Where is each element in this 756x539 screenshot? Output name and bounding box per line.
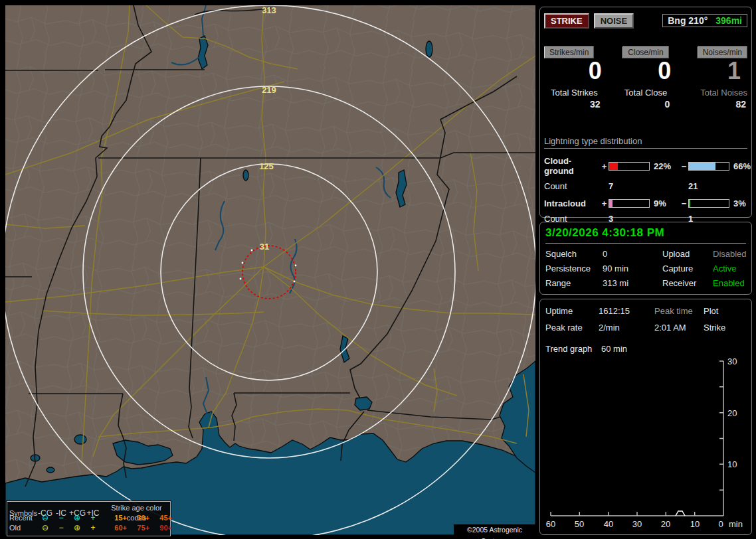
ring-label-313: 313 [262, 5, 276, 15]
capture-label: Capture [662, 264, 713, 273]
legend-old-label: Old [9, 523, 37, 533]
cg-pos-bar [609, 162, 650, 171]
trend-panel: Uptime 1612:15 Peak time Plot Peak rate … [539, 299, 752, 535]
svg-text:10: 10 [727, 459, 737, 469]
strikes-per-min-value: 0 [544, 58, 609, 84]
persistence-value: 90 min [603, 264, 662, 273]
cg-neg-count: 21 [688, 181, 729, 191]
distribution-title: Lightning type distribution [544, 136, 747, 149]
svg-text:60: 60 [546, 519, 555, 529]
recent-neg-cg-icon: ⊖ [37, 513, 53, 523]
age-15: 15+ [105, 513, 127, 523]
old-neg-cg-icon: ⊖ [37, 523, 53, 533]
cg-neg-bar [688, 162, 729, 171]
squelch-value: 0 [603, 249, 662, 259]
svg-text:10: 10 [690, 519, 700, 529]
bearing-readout: Bng 210°396mi [662, 14, 747, 27]
svg-text:30: 30 [632, 519, 642, 529]
receiver-label: Receiver [662, 278, 713, 288]
cg-plus-sign: + [600, 161, 609, 171]
svg-text:30: 30 [727, 356, 737, 366]
legend-recent-label: Recent [9, 513, 37, 523]
total-noises-label: Total Noises [683, 88, 747, 98]
close-per-min-value: 0 [614, 58, 678, 84]
svg-text:50: 50 [575, 519, 584, 529]
old-neg-ic-icon: − [53, 523, 69, 533]
strike-button[interactable]: STRIKE [544, 13, 589, 29]
age-60: 60+ [105, 523, 127, 533]
cg-count-label: Count [544, 181, 600, 191]
trend-axes [551, 361, 723, 516]
persistence-label: Persistence [545, 264, 603, 273]
svg-text:0: 0 [718, 519, 723, 529]
capture-status: Active [713, 264, 747, 273]
trend-tick-labels: 30 20 10 60 50 40 30 20 10 0 min [546, 356, 743, 529]
squelch-label: Squelch [545, 249, 603, 259]
svg-text:40: 40 [604, 519, 613, 529]
total-close-value: 0 [614, 99, 678, 110]
noises-per-min-value: 1 [683, 58, 747, 84]
ring-label-219: 219 [262, 85, 276, 95]
bearing-distance: 396mi [715, 15, 742, 26]
cloud-ground-label: Cloud-ground [544, 156, 600, 176]
ring-label-31: 31 [260, 242, 269, 252]
cg-pos-count: 7 [609, 181, 650, 191]
total-strikes-value: 32 [544, 99, 609, 110]
symbol-legend: Symbols -CG -IC +CG +IC Strike age color… [7, 501, 171, 536]
map-canvas: 313 219 125 31 [5, 5, 535, 535]
range-value: 313 mi [603, 278, 662, 288]
age-45: 45+ [149, 513, 172, 523]
counters-panel: STRIKE NOISE Bng 210°396mi Strikes/min C… [539, 7, 752, 218]
range-label: Range [545, 278, 603, 288]
status-panel: 3/20/2026 4:30:18 PM Squelch 0 Upload Di… [539, 222, 752, 295]
old-pos-cg-icon: ⊕ [69, 523, 85, 533]
old-pos-ic-icon: + [85, 523, 101, 533]
age-75: 75+ [127, 523, 149, 533]
svg-text:20: 20 [727, 408, 737, 418]
ic-pos-pct: 9% [650, 198, 680, 208]
trend-chart: 30 20 10 60 50 40 30 20 10 0 min [540, 299, 751, 534]
trend-series-strike [676, 511, 685, 516]
lightning-map[interactable]: 313 219 125 31 Symbols -CG -IC +CG +IC S… [5, 5, 535, 535]
svg-text:20: 20 [661, 519, 670, 529]
nexstorm-app: 313 219 125 31 Symbols -CG -IC +CG +IC S… [0, 0, 756, 539]
noise-button[interactable]: NOISE [594, 13, 634, 29]
svg-text:min: min [729, 519, 743, 529]
cg-minus-sign: − [680, 161, 688, 171]
recent-pos-ic-icon: + [85, 513, 101, 523]
ic-pos-bar [609, 199, 650, 208]
ring-label-125: 125 [259, 161, 274, 171]
total-strikes-label: Total Strikes [544, 88, 609, 98]
strikes-per-min-chip: Strikes/min [544, 46, 594, 58]
datetime-display: 3/20/2026 4:30:18 PM [545, 226, 746, 244]
bearing-label: Bng 210° [668, 15, 708, 26]
total-close-label: Total Close [614, 88, 678, 98]
intracloud-label: Intracloud [544, 198, 600, 208]
ic-plus-sign: + [600, 198, 609, 208]
cg-pos-pct: 22% [650, 161, 680, 171]
ic-neg-bar [688, 199, 729, 208]
receiver-status: Enabled [713, 278, 747, 288]
age-90: 90+ [149, 523, 172, 533]
age-30: 30+ [127, 513, 149, 523]
recent-pos-cg-icon: ⊕ [69, 513, 85, 523]
ic-neg-pct: 3% [729, 198, 747, 208]
upload-status: Disabled [713, 249, 747, 259]
total-noises-value: 82 [683, 99, 747, 110]
cg-neg-pct: 66% [729, 161, 751, 171]
recent-neg-ic-icon: − [53, 513, 69, 523]
upload-label: Upload [662, 249, 713, 259]
ic-minus-sign: − [680, 198, 688, 208]
copyright-notice: ©2005 Astrogenic Systems [454, 524, 535, 536]
